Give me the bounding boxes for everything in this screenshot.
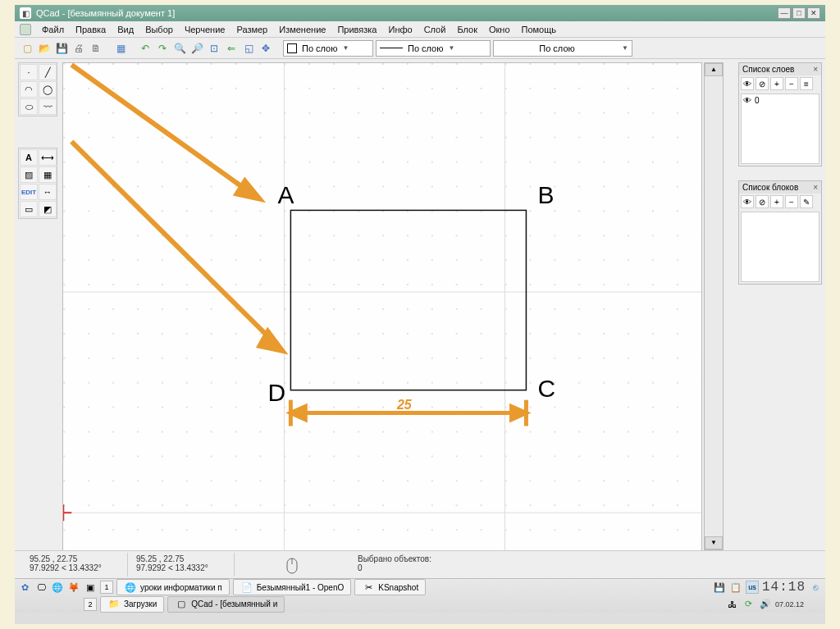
window-titlebar: ◧ QCad - [безымянный документ 1] — □ ✕ xyxy=(15,5,825,21)
blocks-panel-close-icon[interactable]: × xyxy=(813,183,818,192)
konqueror-icon[interactable]: 🌐 xyxy=(51,581,64,594)
task-openoffice[interactable]: 📄Безымянный1 - OpenO xyxy=(233,579,351,595)
block-add-icon[interactable]: + xyxy=(770,195,783,208)
tool-circle-icon[interactable]: ◯ xyxy=(39,81,57,98)
layer-remove-icon[interactable]: − xyxy=(785,77,798,90)
maximize-button[interactable]: □ xyxy=(792,7,806,19)
tray-clipboard-icon[interactable]: 📋 xyxy=(729,581,742,594)
redo-icon[interactable]: ↷ xyxy=(155,41,170,56)
close-button[interactable]: ✕ xyxy=(807,7,820,19)
task-ksnapshot[interactable]: ✂KSnapshot xyxy=(354,579,426,595)
taskbar: ✿ 🖵 🌐 🦊 ▣ 1 🌐уроки информатики п 📄Безымя… xyxy=(15,578,825,613)
block-hide-all-icon[interactable]: ⊘ xyxy=(756,195,769,208)
tool-block-icon[interactable]: ◩ xyxy=(39,201,57,217)
save-icon[interactable]: 💾 xyxy=(54,41,69,56)
tray-volume-icon[interactable]: 🔊 xyxy=(759,598,772,611)
tool-image-icon[interactable]: ▦ xyxy=(39,166,57,183)
scroll-down-icon[interactable]: ▼ xyxy=(705,536,723,549)
desktop-2[interactable]: 2 xyxy=(84,598,97,611)
svg-text:D: D xyxy=(267,379,285,406)
tool-edit-icon[interactable]: EDIT xyxy=(20,184,38,200)
tool-line-icon[interactable]: ╱ xyxy=(39,64,57,80)
tool-measure-icon[interactable]: ↔ xyxy=(39,184,57,200)
menu-modify[interactable]: Изменение xyxy=(273,23,331,36)
status-selected-count: 0 xyxy=(358,563,363,572)
menu-window[interactable]: Окно xyxy=(483,23,516,36)
tool-pointer-icon[interactable]: · xyxy=(20,64,38,80)
menu-layer[interactable]: Слой xyxy=(418,23,452,36)
mouse-icon xyxy=(235,553,349,577)
status-coords-polar2: 97.9292 < 13.4332° xyxy=(136,563,226,572)
open-icon[interactable]: 📂 xyxy=(37,41,52,56)
tray-update-icon[interactable]: ⟳ xyxy=(742,598,756,611)
menu-draw[interactable]: Черчение xyxy=(179,23,231,36)
tray-network-icon[interactable]: 🖧 xyxy=(726,598,739,611)
kicker-icon[interactable]: ✿ xyxy=(18,581,31,594)
task-lessons[interactable]: 🌐уроки информатики п xyxy=(116,579,230,595)
menu-snap[interactable]: Привязка xyxy=(331,23,382,36)
main-toolbar: ▢ 📂 💾 🖨 🗎 ▦ ↶ ↷ 🔍 🔎 ⊡ ⇐ ◱ ✥ По слою ▼ По… xyxy=(15,38,825,59)
layer-edit-icon[interactable]: ≡ xyxy=(800,77,813,90)
desktop-1[interactable]: 1 xyxy=(100,581,113,594)
zoom-out-icon[interactable]: 🔎 xyxy=(189,41,204,56)
menu-file[interactable]: Файл xyxy=(36,23,70,36)
layer-show-all-icon[interactable]: 👁 xyxy=(741,77,754,90)
task-qcad[interactable]: ▢QCad - [безымянный и xyxy=(167,596,285,613)
block-show-all-icon[interactable]: 👁 xyxy=(741,195,754,208)
menu-help[interactable]: Помощь xyxy=(516,23,563,36)
print-preview-icon[interactable]: 🗎 xyxy=(89,41,103,56)
tray-logout-icon[interactable]: ⎋ xyxy=(809,581,822,594)
layers-panel-title: Список слоев xyxy=(742,65,794,74)
menu-block[interactable]: Блок xyxy=(451,23,483,36)
scroll-up-icon[interactable]: ▲ xyxy=(705,63,723,76)
app-icon: ◧ xyxy=(20,7,31,19)
zoom-window-icon[interactable]: ◱ xyxy=(241,41,256,56)
vertical-scrollbar[interactable]: ▲ ▼ xyxy=(704,62,724,550)
tool-arc-icon[interactable]: ◠ xyxy=(20,81,38,98)
tool-polyline-icon[interactable]: 〰 xyxy=(39,98,57,115)
tool-hatch-icon[interactable]: ▨ xyxy=(20,166,38,183)
firefox-icon[interactable]: 🦊 xyxy=(67,581,80,594)
minimize-button[interactable]: — xyxy=(778,7,791,19)
tray-save-icon[interactable]: 💾 xyxy=(713,581,726,594)
line-sample-icon xyxy=(380,48,403,48)
clock: 14:18 xyxy=(762,580,806,595)
task-downloads[interactable]: 📁Загрузки xyxy=(100,596,164,613)
tray-lang[interactable]: us xyxy=(746,581,759,594)
svg-text:B: B xyxy=(537,181,554,208)
drawing-canvas[interactable]: A B C D 25 xyxy=(62,62,702,566)
workspace: · ╱ ◠ ◯ ⬭ 〰 A ⟷ ▨ ▦ EDIT ↔ ▭ ◩ xyxy=(15,59,825,613)
zoom-in-icon[interactable]: 🔍 xyxy=(172,41,187,56)
pan-icon[interactable]: ✥ xyxy=(258,41,273,56)
layer-color-combo[interactable]: По слою ▼ xyxy=(283,40,373,57)
menu-edit[interactable]: Правка xyxy=(70,23,112,36)
tool-text-icon[interactable]: A xyxy=(20,149,38,166)
layer-add-icon[interactable]: + xyxy=(770,77,783,90)
menu-info[interactable]: Инфо xyxy=(382,23,418,36)
tool-ellipse-icon[interactable]: ⬭ xyxy=(20,98,38,115)
menu-dimension[interactable]: Размер xyxy=(231,23,273,36)
svg-text:25: 25 xyxy=(396,398,413,412)
new-icon[interactable]: ▢ xyxy=(20,41,34,56)
tool-select-icon[interactable]: ▭ xyxy=(20,201,38,217)
layer-hide-all-icon[interactable]: ⊘ xyxy=(756,77,769,90)
status-coords-polar: 97.9292 < 13.4332° xyxy=(30,563,119,572)
zoom-prev-icon[interactable]: ⇐ xyxy=(224,41,239,56)
svg-text:C: C xyxy=(537,375,555,402)
zoom-auto-icon[interactable]: ⊡ xyxy=(207,41,221,56)
grid-icon[interactable]: ▦ xyxy=(113,41,128,56)
linetype-combo[interactable]: По слою ▼ xyxy=(376,40,491,57)
desktop-icon[interactable]: 🖵 xyxy=(34,581,48,594)
layers-panel-close-icon[interactable]: × xyxy=(813,65,818,74)
undo-icon[interactable]: ↶ xyxy=(138,41,153,56)
konsole-icon[interactable]: ▣ xyxy=(84,581,97,594)
menu-view[interactable]: Вид xyxy=(112,23,139,36)
print-icon[interactable]: 🖨 xyxy=(71,41,86,56)
menu-select[interactable]: Выбор xyxy=(139,23,179,36)
block-remove-icon[interactable]: − xyxy=(785,195,798,208)
layer-row[interactable]: 👁 0 xyxy=(743,96,817,105)
block-edit-icon[interactable]: ✎ xyxy=(800,195,813,208)
tool-dimension-icon[interactable]: ⟷ xyxy=(39,149,57,166)
linetype-label: По слою xyxy=(408,43,444,53)
lineweight-combo[interactable]: По слою ▼ xyxy=(493,40,632,57)
